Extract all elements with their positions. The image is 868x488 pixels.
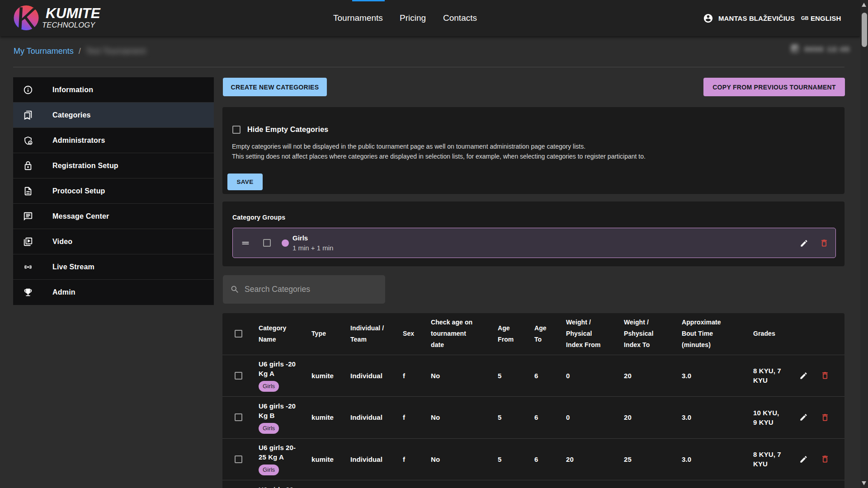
- svg-text:K: K: [16, 5, 39, 31]
